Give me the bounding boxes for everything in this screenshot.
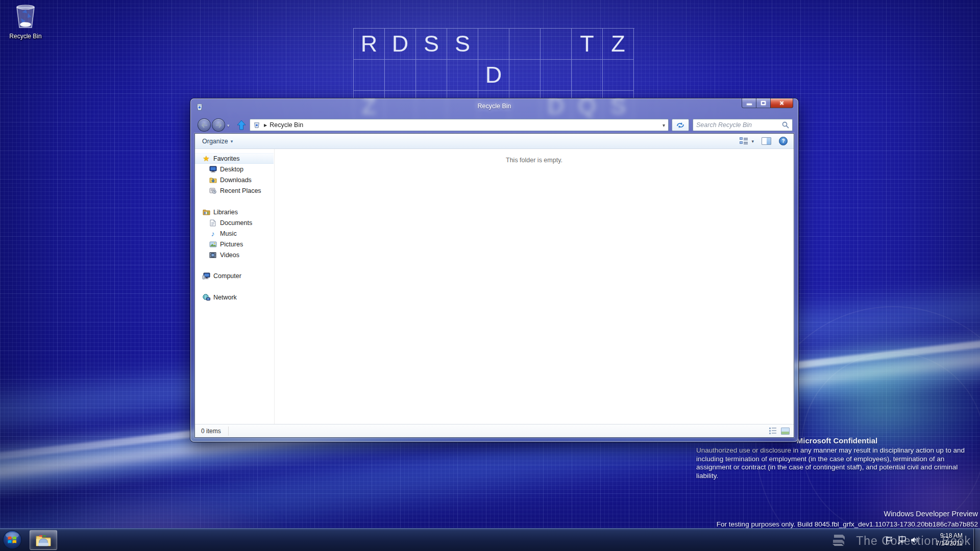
documents-icon — [209, 219, 217, 227]
sidebar-item-network[interactable]: Network — [195, 292, 274, 303]
downloads-icon — [209, 176, 217, 184]
nav-group-gap — [195, 260, 274, 270]
grid-cell — [509, 60, 541, 91]
window-title: Recycle Bin — [190, 103, 798, 110]
status-bar: 0 items — [195, 424, 794, 437]
taskbar[interactable]: 9:18 AM 7/14/2011 The Collection Book — [0, 528, 980, 551]
confidential-body: Unauthorized use or disclosure in any ma… — [696, 446, 978, 480]
address-bar-row: ▾ ▶ Recycle Bin ▾ — [190, 117, 798, 133]
sidebar-item-desktop[interactable]: Desktop — [195, 164, 274, 174]
explorer-window[interactable]: Recycle Bin × ▾ ▶ — [190, 98, 798, 442]
grid-cell — [509, 29, 541, 60]
address-dropdown-icon[interactable]: ▾ — [663, 122, 665, 128]
help-icon: ? — [781, 138, 785, 144]
pictures-icon — [209, 240, 217, 248]
change-view-button[interactable]: ▾ — [740, 137, 754, 145]
help-button[interactable]: ? — [779, 137, 788, 145]
close-button[interactable]: × — [770, 98, 793, 108]
command-toolbar: Organize ▾ ▾ ? — [195, 134, 794, 149]
edition-watermark: Windows Developer Preview — [884, 510, 978, 518]
recycle-bin-desktop-icon[interactable]: Recycle Bin — [4, 3, 47, 40]
videos-icon — [209, 251, 217, 259]
forward-arrow-icon — [215, 122, 222, 128]
grid-cell: D — [385, 29, 416, 60]
back-button[interactable] — [198, 118, 211, 132]
address-bar[interactable]: ▶ Recycle Bin ▾ — [250, 119, 669, 131]
organize-label: Organize — [202, 138, 228, 145]
sidebar-item-label: Libraries — [213, 209, 238, 216]
sidebar-item-downloads[interactable]: Downloads — [195, 174, 274, 185]
details-view-icon[interactable] — [769, 428, 777, 434]
show-desktop-button[interactable] — [973, 529, 980, 551]
desktop-icon — [209, 165, 217, 173]
title-bar[interactable]: Recycle Bin × — [190, 98, 798, 117]
grid-cell — [572, 60, 603, 91]
system-tray — [885, 529, 919, 551]
organize-button[interactable]: Organize ▾ — [202, 138, 233, 145]
maximize-icon — [761, 101, 766, 105]
explorer-folder-icon — [35, 534, 52, 547]
sidebar-item-label: Desktop — [220, 166, 243, 173]
location-recycle-bin-icon — [253, 121, 260, 129]
preview-pane-button[interactable] — [762, 137, 771, 145]
recent-places-icon — [209, 187, 217, 195]
sidebar-item-computer[interactable]: Computer — [195, 270, 274, 281]
sidebar-item-pictures[interactable]: Pictures — [195, 239, 274, 249]
grid-cell: S — [447, 29, 478, 60]
sidebar-item-label: Downloads — [220, 177, 252, 184]
grid-cell — [541, 60, 572, 91]
start-button[interactable] — [3, 530, 22, 549]
window-content-panel: Organize ▾ ▾ ? ★ Favorites — [194, 133, 794, 438]
volume-icon[interactable] — [911, 536, 919, 544]
grid-cell — [385, 60, 416, 91]
clock-time: 9:18 AM — [936, 532, 963, 540]
status-view-toggles — [769, 428, 790, 435]
sidebar-item-music[interactable]: ♪ Music — [195, 228, 274, 239]
search-icon[interactable] — [782, 121, 789, 129]
confidential-notice: Microsoft Confidential Unauthorized use … — [696, 436, 978, 480]
action-center-flag-icon[interactable] — [885, 536, 893, 544]
sidebar-item-recent-places[interactable]: Recent Places — [195, 185, 274, 196]
breadcrumb-arrow-icon[interactable]: ▶ — [264, 123, 267, 128]
chevron-down-icon: ▾ — [231, 139, 233, 144]
minimize-icon — [747, 104, 752, 105]
sidebar-item-label: Pictures — [220, 241, 243, 248]
computer-icon — [202, 272, 210, 280]
search-box[interactable] — [693, 119, 793, 131]
navigation-pane[interactable]: ★ Favorites Desktop Downloads — [195, 149, 274, 424]
taskbar-explorer-button[interactable] — [30, 530, 57, 550]
network-tray-icon[interactable] — [897, 536, 906, 544]
grid-cell — [541, 29, 572, 60]
grid-cell: R — [354, 29, 385, 60]
taskbar-clock[interactable]: 9:18 AM 7/14/2011 — [936, 532, 963, 547]
build-watermark: For testing purposes only. Build 8045.fb… — [717, 520, 978, 528]
empty-folder-message: This folder is empty. — [275, 149, 794, 164]
views-icon — [740, 137, 748, 145]
sidebar-item-label: Computer — [213, 272, 241, 280]
clock-date: 7/14/2011 — [936, 540, 963, 547]
large-icons-view-icon[interactable] — [781, 428, 790, 435]
grid-cell — [416, 60, 447, 91]
sidebar-item-libraries[interactable]: Libraries — [195, 207, 274, 217]
libraries-icon — [202, 208, 210, 216]
search-input[interactable] — [696, 121, 782, 129]
breadcrumb[interactable]: Recycle Bin — [270, 121, 303, 129]
minimize-button[interactable] — [742, 98, 756, 108]
maximize-button[interactable] — [756, 98, 770, 108]
sidebar-item-favorites[interactable]: ★ Favorites — [195, 153, 274, 164]
sidebar-item-documents[interactable]: Documents — [195, 217, 274, 228]
nav-group-gap — [195, 196, 274, 207]
up-arrow-icon — [237, 120, 246, 130]
forward-button[interactable] — [212, 118, 225, 132]
up-button[interactable] — [235, 119, 248, 131]
desktop[interactable]: R D S S T Z D Z D Q S — [0, 0, 980, 551]
refresh-button[interactable] — [672, 119, 689, 131]
music-icon: ♪ — [209, 230, 217, 238]
sidebar-item-label: Network — [213, 294, 237, 301]
grid-cell — [447, 60, 478, 91]
back-arrow-icon — [201, 122, 208, 128]
chevron-down-icon: ▾ — [751, 139, 754, 144]
folder-view[interactable]: This folder is empty. — [274, 149, 794, 424]
recent-pages-caret-icon[interactable]: ▾ — [227, 123, 230, 128]
sidebar-item-videos[interactable]: Videos — [195, 249, 274, 260]
